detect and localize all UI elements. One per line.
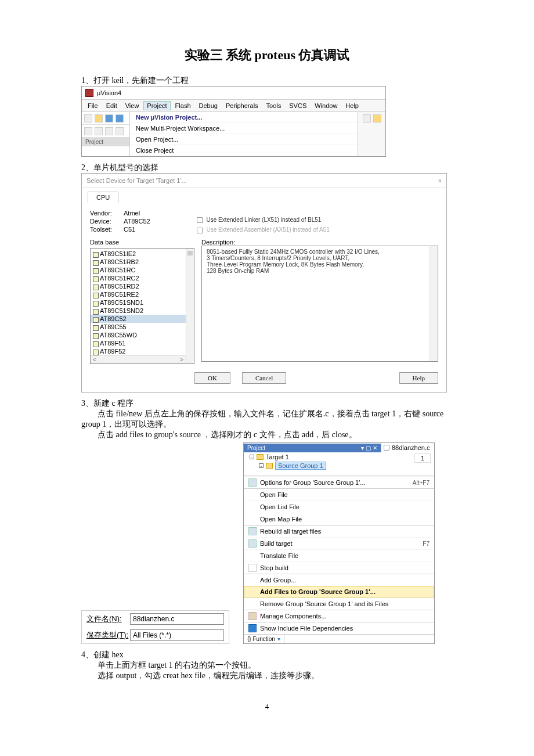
- tree-collapse-icon[interactable]: -: [259, 463, 264, 468]
- menu-item-open-list-file[interactable]: Open List File: [260, 503, 300, 510]
- right-toolbar-area: [358, 112, 385, 156]
- scrollbar-vertical[interactable]: [430, 246, 438, 361]
- close-icon[interactable]: ×: [438, 177, 442, 184]
- rebuild-icon[interactable]: [95, 127, 103, 135]
- menu-peripherals[interactable]: Peripherals: [222, 101, 262, 110]
- toolbar-icon-b[interactable]: [373, 114, 381, 123]
- open-file-icon[interactable]: [95, 114, 103, 123]
- stop-icon: [248, 564, 257, 572]
- save-icon[interactable]: [105, 114, 113, 123]
- list-item[interactable]: AT89C51RB2: [91, 258, 194, 266]
- step-2: 2、单片机型号的选择: [81, 163, 453, 173]
- dialog-title-bar: Select Device for Target 'Target 1'... ×: [82, 174, 446, 188]
- menu-item-rebuild-all[interactable]: Rebuild all target files: [260, 528, 321, 535]
- menu-item-options[interactable]: Options for Group 'Source Group 1'...: [260, 479, 366, 486]
- list-item[interactable]: AT89C55: [91, 323, 194, 331]
- list-item[interactable]: AT89C51SND1: [91, 298, 194, 307]
- menu-window[interactable]: Window: [311, 101, 341, 110]
- scrollbar-horizontal[interactable]: <>: [91, 355, 186, 363]
- menu-item-close-project[interactable]: Close Project: [130, 145, 358, 156]
- new-file-icon[interactable]: [84, 114, 92, 123]
- build-icon: [248, 539, 257, 548]
- data-base-label: Data base: [90, 239, 194, 246]
- project-menu-dropdown: New µVision Project... New Multi-Project…: [130, 112, 358, 156]
- footer-tab-function[interactable]: {} Function ▾: [244, 635, 284, 643]
- list-item[interactable]: AT89C51RC: [91, 266, 194, 274]
- app-title: µVision4: [97, 89, 121, 96]
- menu-item-new-project[interactable]: New µVision Project...: [130, 112, 358, 123]
- menu-item-build-target[interactable]: Build target: [260, 540, 293, 547]
- step-3-paragraph-2: 点击 add files to group's source ，选择刚才的 c …: [81, 430, 453, 440]
- step-3-paragraph-1: 点击 file/new 后点左上角的保存按钮，输入文件名，记住扩展名.c，接着点…: [81, 409, 453, 430]
- context-menu: Options for Group 'Source Group 1'... Al…: [244, 476, 434, 634]
- menu-item-translate-file[interactable]: Translate File: [260, 552, 298, 559]
- menu-item-add-files-highlighted[interactable]: Add Files to Group 'Source Group 1'...: [260, 588, 376, 595]
- device-list[interactable]: AT89C51IE2 AT89C51RB2 AT89C51RC AT89C51R…: [90, 248, 194, 364]
- filetype-select[interactable]: All Files (*.*): [130, 629, 224, 641]
- tab-cpu[interactable]: CPU: [88, 192, 118, 203]
- app-logo-icon: [85, 89, 93, 97]
- menu-item-manage-components[interactable]: Manage Components...: [260, 613, 326, 620]
- menu-item-new-multiproject[interactable]: New Multi-Project Workspace...: [130, 123, 358, 134]
- menu-item-remove-group[interactable]: Remove Group 'Source Group 1' and its Fi…: [260, 600, 388, 607]
- menu-flash[interactable]: Flash: [172, 101, 194, 110]
- tree-source-group-selected[interactable]: Source Group 1: [275, 462, 326, 470]
- menu-item-open-file[interactable]: Open File: [260, 491, 288, 498]
- menu-tools[interactable]: Tools: [263, 101, 285, 110]
- menu-view[interactable]: View: [122, 101, 143, 110]
- menu-item-open-map-file[interactable]: Open Map File: [260, 516, 302, 523]
- toolbar-icon-a[interactable]: [363, 114, 371, 123]
- menu-edit[interactable]: Edit: [103, 101, 121, 110]
- toolset-value: C51: [124, 226, 135, 233]
- cancel-button[interactable]: Cancel: [242, 372, 287, 384]
- menu-debug[interactable]: Debug: [196, 101, 221, 110]
- stop-build-icon[interactable]: [116, 127, 124, 135]
- gear-icon: [248, 478, 257, 487]
- menu-svcs[interactable]: SVCS: [286, 101, 310, 110]
- list-item[interactable]: AT89F51: [91, 339, 194, 347]
- menu-item-add-group[interactable]: Add Group...: [260, 577, 296, 584]
- project-panel-title: Project: [247, 445, 265, 451]
- scrollbar-vertical[interactable]: [186, 249, 194, 363]
- rebuild-icon: [248, 527, 257, 535]
- step-1: 1、打开 keil，先新建一个工程: [81, 75, 453, 86]
- help-button[interactable]: Help: [399, 372, 438, 384]
- list-item[interactable]: AT89C51SND2: [91, 307, 194, 315]
- list-item[interactable]: AT89C51RD2: [91, 282, 194, 290]
- list-item[interactable]: AT89C51IE2: [91, 250, 194, 258]
- blank-icon: [248, 600, 257, 608]
- filename-input[interactable]: 88dianzhen.c: [130, 613, 224, 625]
- editor-line-gutter: 1: [414, 453, 431, 463]
- save-all-icon[interactable]: [116, 114, 124, 123]
- build-icon[interactable]: [84, 127, 92, 135]
- batch-build-icon[interactable]: [105, 127, 113, 135]
- project-panel-controls[interactable]: ▾ ▢ ✕: [361, 445, 377, 451]
- menu-item-open-project[interactable]: Open Project...: [130, 134, 358, 145]
- menu-file[interactable]: File: [84, 101, 102, 110]
- ok-button[interactable]: OK: [194, 372, 230, 384]
- screenshot-select-device-dialog: Select Device for Target 'Target 1'... ×…: [81, 173, 447, 393]
- list-item[interactable]: AT89C55WD: [91, 331, 194, 339]
- blank-icon: [248, 588, 257, 596]
- file-tab-label[interactable]: 88dianzhen.c: [392, 444, 430, 451]
- checkbox-extended-linker[interactable]: [197, 217, 203, 223]
- filename-label: 文件名(N):: [86, 614, 130, 624]
- list-item-selected[interactable]: AT89C52: [91, 315, 194, 323]
- menu-bar: File Edit View Project Flash Debug Perip…: [82, 100, 385, 112]
- blank-icon: [248, 503, 257, 511]
- list-item[interactable]: AT89F52: [91, 347, 194, 355]
- tree-target-label[interactable]: Target 1: [266, 453, 289, 460]
- screenshot-save-dialog: 文件名(N): 88dianzhen.c 保存类型(T): All Files …: [81, 610, 229, 644]
- list-item[interactable]: AT89C51RC2: [91, 274, 194, 282]
- blank-icon: [248, 491, 257, 499]
- menu-item-show-include-deps[interactable]: Show Include File Dependencies: [260, 625, 353, 632]
- window-title-bar: µVision4: [82, 87, 385, 100]
- menu-help[interactable]: Help: [342, 101, 362, 110]
- screenshot-uvision-newproject: µVision4 File Edit View Project Flash De…: [81, 86, 386, 157]
- menu-item-stop-build[interactable]: Stop build: [260, 564, 288, 571]
- blank-icon: [248, 552, 257, 560]
- list-item[interactable]: AT89C51RE2: [91, 290, 194, 298]
- checkbox-extended-assembler: [197, 228, 203, 233]
- menu-project[interactable]: Project: [143, 101, 170, 110]
- tree-collapse-icon[interactable]: -: [250, 455, 254, 459]
